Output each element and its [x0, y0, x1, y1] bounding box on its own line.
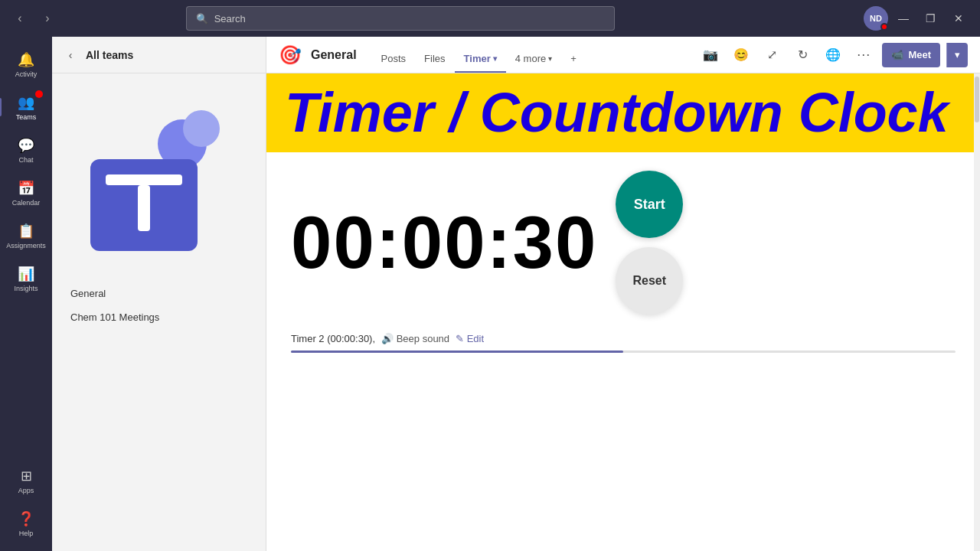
globe-button[interactable]: 🌐 — [821, 43, 845, 67]
sidebar-label-apps: Apps — [18, 487, 34, 494]
emoji-button[interactable]: 😊 — [729, 43, 753, 67]
tab-timer[interactable]: Timer ▾ — [455, 45, 506, 73]
start-button[interactable]: Start — [616, 171, 683, 238]
timer-content: Timer / Countdown Clock 00:00:30 Start R… — [266, 73, 980, 551]
teams-panel: ‹ All teams General — [52, 37, 266, 551]
sidebar: 🔔 Activity 👥 Teams 💬 Chat 📅 Calendar 📋 A… — [0, 37, 52, 551]
svg-rect-4 — [138, 185, 150, 231]
teams-icon: 👥 — [17, 93, 35, 112]
banner-text: Timer / Countdown Clock — [285, 83, 962, 143]
channel-general[interactable]: General — [61, 282, 256, 305]
channel-header-right: 📷 😊 ⤢ ↻ 🌐 ··· 📹 Meet ▾ — [698, 43, 968, 67]
sidebar-label-insights: Insights — [14, 285, 38, 292]
more-dropdown-arrow: ▾ — [548, 54, 552, 63]
back-to-teams[interactable]: ‹ — [61, 46, 80, 64]
sidebar-item-apps[interactable]: ⊞ Apps — [5, 459, 47, 502]
banner: Timer / Countdown Clock — [266, 73, 980, 152]
chat-icon: 💬 — [17, 136, 35, 155]
teams-logo — [83, 98, 236, 266]
tab-posts[interactable]: Posts — [372, 45, 416, 73]
sidebar-item-insights[interactable]: 📊 Insights — [5, 257, 47, 300]
sidebar-label-calendar: Calendar — [12, 199, 41, 207]
camera-button[interactable]: 📷 — [698, 43, 723, 67]
sidebar-item-help[interactable]: ❓ Help — [5, 502, 47, 545]
search-placeholder: Search — [214, 13, 246, 24]
back-button[interactable]: ‹ — [9, 8, 31, 29]
teams-logo-area — [61, 83, 256, 282]
forward-button[interactable]: › — [37, 8, 58, 29]
scrollbar[interactable] — [974, 73, 980, 551]
help-icon: ❓ — [17, 510, 35, 528]
svg-rect-3 — [106, 174, 182, 185]
title-bar-right: ND — ❐ ✕ — [864, 6, 971, 31]
timer-edit[interactable]: ✎ Edit — [456, 333, 484, 344]
refresh-button[interactable]: ↻ — [790, 43, 815, 67]
timer-info: Timer 2 (00:00:30), 🔊 Beep sound ✎ Edit — [266, 333, 980, 344]
panel-content: General Chem 101 Meetings — [52, 73, 266, 551]
panel-title: All teams — [86, 49, 133, 61]
timer-sound: 🔊 Beep sound — [381, 333, 449, 344]
more-button[interactable]: ··· — [851, 43, 876, 67]
meet-button[interactable]: 📹 Meet — [882, 43, 940, 67]
teams-badge — [35, 90, 43, 98]
channel-header: 🎯 General Posts Files Timer ▾ 4 more ▾ — [266, 37, 980, 73]
channel-name: General — [311, 48, 357, 62]
reset-button[interactable]: Reset — [616, 247, 683, 315]
title-bar: ‹ › 🔍 Search ND — ❐ ✕ — [0, 0, 980, 37]
tab-dropdown-arrow: ▾ — [493, 54, 497, 63]
panel-header: ‹ All teams — [52, 37, 266, 73]
sidebar-item-chat[interactable]: 💬 Chat — [5, 129, 47, 171]
meet-dropdown[interactable]: ▾ — [946, 43, 968, 67]
timer-buttons: Start Reset — [616, 171, 683, 315]
sidebar-label-assignments: Assignments — [6, 242, 46, 249]
scrollbar-thumb — [975, 77, 979, 122]
timer-clock: 00:00:30 — [291, 201, 597, 285]
main-content: 🎯 General Posts Files Timer ▾ 4 more ▾ — [266, 37, 980, 551]
expand-button[interactable]: ⤢ — [760, 43, 784, 67]
activity-icon: 🔔 — [17, 51, 35, 69]
tab-files[interactable]: Files — [415, 45, 454, 73]
sidebar-item-calendar[interactable]: 📅 Calendar — [5, 171, 47, 214]
search-icon: 🔍 — [196, 13, 208, 24]
channel-chem101[interactable]: Chem 101 Meetings — [61, 305, 256, 329]
nav-buttons: ‹ › — [9, 8, 58, 29]
close-button[interactable]: ✕ — [946, 6, 971, 31]
tab-add[interactable]: + — [561, 45, 586, 73]
search-bar[interactable]: 🔍 Search — [186, 6, 615, 31]
timer-progress — [291, 350, 956, 353]
sidebar-item-assignments[interactable]: 📋 Assignments — [5, 214, 47, 257]
insights-icon: 📊 — [17, 265, 35, 283]
meet-icon: 📹 — [891, 49, 903, 60]
sidebar-label-help: Help — [19, 530, 34, 537]
apps-icon: ⊞ — [17, 467, 35, 485]
channel-icon: 🎯 — [279, 44, 302, 66]
sidebar-item-activity[interactable]: 🔔 Activity — [5, 43, 47, 86]
avatar-badge — [880, 23, 888, 31]
tab-more[interactable]: 4 more ▾ — [506, 45, 561, 73]
timer-name: Timer 2 (00:00:30), — [291, 333, 375, 344]
calendar-icon: 📅 — [17, 179, 35, 197]
sidebar-label-activity: Activity — [15, 70, 38, 78]
svg-point-1 — [183, 110, 220, 147]
channel-tabs: Posts Files Timer ▾ 4 more ▾ + — [372, 37, 586, 73]
maximize-button[interactable]: ❐ — [919, 6, 943, 31]
sidebar-label-chat: Chat — [18, 156, 33, 164]
minimize-button[interactable]: — — [891, 6, 916, 31]
timer-progress-fill — [291, 350, 623, 353]
sidebar-label-teams: Teams — [16, 113, 37, 121]
sidebar-item-teams[interactable]: 👥 Teams — [5, 86, 47, 129]
timer-display: 00:00:30 Start Reset — [266, 152, 980, 333]
app-body: 🔔 Activity 👥 Teams 💬 Chat 📅 Calendar 📋 A… — [0, 37, 980, 551]
assignments-icon: 📋 — [17, 222, 35, 240]
avatar[interactable]: ND — [864, 6, 888, 31]
